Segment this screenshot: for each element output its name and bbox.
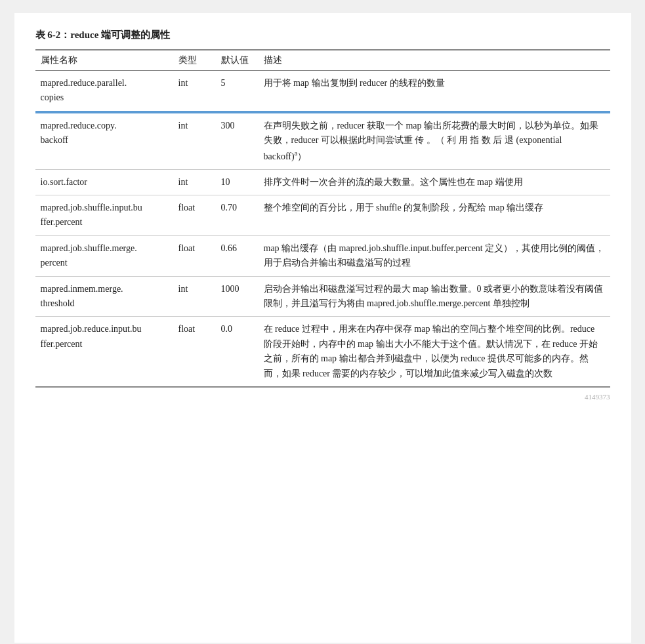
- row-name: mapred.reduce.copy.backoff: [35, 113, 173, 169]
- row-default: 5: [216, 71, 259, 111]
- row-type: int: [173, 276, 216, 317]
- row-type: float: [173, 235, 216, 276]
- row-name: mapred.job.shuffle.merge.percent: [35, 235, 173, 276]
- row-default: 0.66: [216, 235, 259, 276]
- row-default: 10: [216, 169, 259, 195]
- page-footer: 4149373: [35, 393, 610, 401]
- row-default: 0.0: [216, 317, 259, 387]
- row-desc: map 输出缓存（由 mapred.job.shuffle.input.buff…: [259, 235, 610, 276]
- row-name: mapred.job.reduce.input.buffer.percent: [35, 317, 173, 387]
- row-default: 300: [216, 113, 259, 169]
- header-name: 属性名称: [35, 50, 173, 71]
- page-container: 表 6-2：reduce 端可调整的属性 属性名称 类型 默认值 描述 mapr…: [14, 13, 631, 643]
- table-row: io.sort.factor int 10 排序文件时一次合并的流的最大数量。这…: [35, 169, 610, 195]
- row-type: int: [173, 113, 216, 169]
- table-row: mapred.inmem.merge.threshold int 1000 启动…: [35, 276, 610, 317]
- header-desc: 描述: [259, 50, 610, 71]
- row-name: io.sort.factor: [35, 169, 173, 195]
- row-desc: 在声明失败之前，reducer 获取一个 map 输出所花费的最大时间，以秒为单…: [259, 113, 610, 169]
- table-row: mapred.job.reduce.input.buffer.percent f…: [35, 317, 610, 387]
- table-row: mapred.reduce.copy.backoff int 300 在声明失败…: [35, 113, 610, 169]
- row-desc: 启动合并输出和磁盘溢写过程的最大 map 输出数量。0 或者更小的数意味着没有阈…: [259, 276, 610, 317]
- table-header: 属性名称 类型 默认值 描述: [35, 50, 610, 71]
- header-default: 默认值: [216, 50, 259, 71]
- row-name: mapred.inmem.merge.threshold: [35, 276, 173, 317]
- row-name: mapred.job.shuffle.input.buffer.percent: [35, 195, 173, 236]
- row-desc: 整个堆空间的百分比，用于 shuffle 的复制阶段，分配给 map 输出缓存: [259, 195, 610, 236]
- row-name: mapred.reduce.parallel.copies: [35, 71, 173, 111]
- row-default: 0.70: [216, 195, 259, 236]
- row-type: float: [173, 195, 216, 236]
- row-type: int: [173, 169, 216, 195]
- first-section: mapred.reduce.parallel.copies int 5 用于将 …: [35, 71, 610, 111]
- table-row: mapred.job.shuffle.merge.percent float 0…: [35, 235, 610, 276]
- table-row: mapred.reduce.parallel.copies int 5 用于将 …: [35, 71, 610, 111]
- row-desc: 用于将 map 输出复制到 reducer 的线程的数量: [259, 71, 610, 111]
- row-type: int: [173, 71, 216, 111]
- table-title: 表 6-2：reduce 端可调整的属性: [35, 29, 610, 41]
- header-type: 类型: [173, 50, 216, 71]
- table-row: mapred.job.shuffle.input.buffer.percent …: [35, 195, 610, 236]
- properties-table: 属性名称 类型 默认值 描述 mapred.reduce.parallel.co…: [35, 49, 610, 112]
- main-tbody: mapred.reduce.copy.backoff int 300 在声明失败…: [35, 113, 610, 387]
- row-type: float: [173, 317, 216, 387]
- row-desc: 在 reduce 过程中，用来在内存中保存 map 输出的空间占整个堆空间的比例…: [259, 317, 610, 387]
- row-desc: 排序文件时一次合并的流的最大数量。这个属性也在 map 端使用: [259, 169, 610, 195]
- row-default: 1000: [216, 276, 259, 317]
- main-table: mapred.reduce.copy.backoff int 300 在声明失败…: [35, 112, 610, 388]
